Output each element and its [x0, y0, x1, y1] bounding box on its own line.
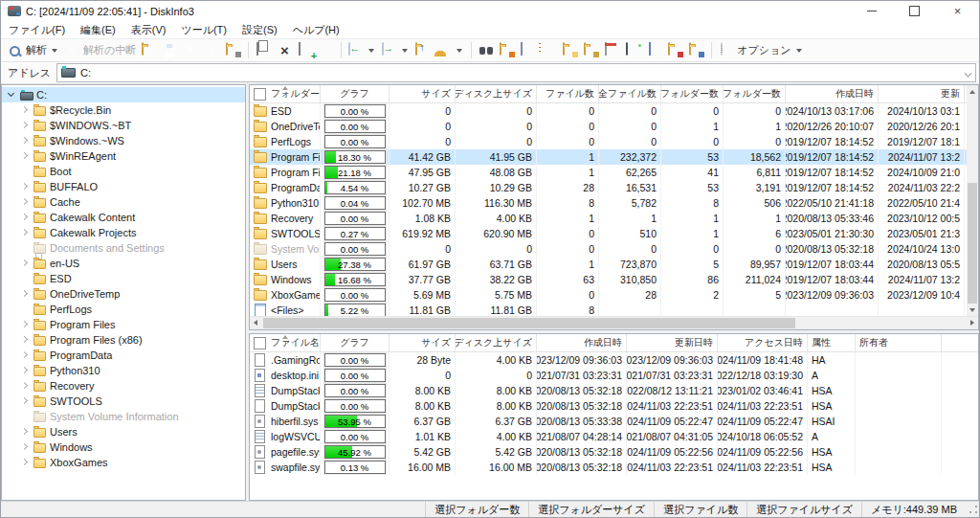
chevron-right-icon[interactable] [18, 440, 32, 454]
folder-table-hscrollbar[interactable] [250, 316, 978, 329]
folder-row-program-file[interactable]: Program File...21.18 %47.95 GB48.08 GB16… [250, 165, 978, 180]
analyze-button[interactable]: 解析 [5, 42, 62, 59]
file-column-header-item[interactable]: 属性 [808, 334, 856, 351]
menu-help[interactable]: ヘルプ(H) [285, 22, 347, 38]
chevron-right-icon[interactable] [18, 364, 32, 377]
tree-item-windows[interactable]: Windows [2, 439, 245, 455]
folder-find-button[interactable] [686, 42, 707, 59]
folder-table-vscrollbar[interactable] [967, 85, 978, 317]
file-column-header-item[interactable]: アクセス日時 [718, 334, 808, 351]
close-button[interactable]: × [936, 1, 979, 21]
chevron-down-icon[interactable] [5, 88, 18, 101]
tree-item-perflogs[interactable]: PerfLogs [2, 302, 245, 317]
file-column-header-item[interactable]: 所有者 [856, 334, 942, 351]
resize-grip[interactable] [968, 504, 979, 515]
select-all-checkbox[interactable] [254, 337, 266, 349]
folder-row-users[interactable]: Users27.38 %61.97 GB63.71 GB1723,870589,… [250, 257, 978, 272]
folders-view-button[interactable] [560, 42, 581, 59]
tree-item-swtools[interactable]: SWTOOLS [2, 394, 245, 409]
folder-star-button[interactable] [665, 42, 686, 59]
file-row-dumpstack-l[interactable]: DumpStack.l...0.00 %8.00 KB8.00 KB2020/0… [250, 398, 978, 414]
chevron-right-icon[interactable] [18, 456, 32, 469]
chevron-right-icon[interactable] [18, 180, 32, 193]
user-dropdown-caret[interactable] [457, 49, 462, 53]
folder-column-header-item[interactable]: フォルダー数 [661, 85, 724, 102]
folder-row-esd[interactable]: ESD0.00 %0000002024/10/13 03:17:062024/1… [250, 103, 978, 119]
folder-row-python310[interactable]: Python3100.04 %102.70 MB116.30 MB85,7828… [250, 195, 978, 211]
document-button[interactable] [644, 42, 665, 59]
file-row-dumpstack-l[interactable]: DumpStack.l...0.00 %8.00 KB8.00 KB2020/0… [250, 383, 978, 398]
chevron-right-icon[interactable] [18, 333, 32, 347]
up-button[interactable] [412, 42, 434, 59]
tree-item-windows-ws[interactable]: $Windows.~WS [2, 133, 245, 148]
tree-item-winreagent[interactable]: $WinREAgent [2, 148, 245, 164]
menu-edit[interactable]: 編集(E) [73, 22, 123, 38]
folder-row-xboxgames[interactable]: XboxGames0.00 %5.69 MB5.75 MB028252023/1… [250, 287, 978, 303]
image-view-button[interactable] [518, 42, 539, 59]
forward-dropdown-caret[interactable] [402, 49, 408, 53]
scroll-up-arrow-icon[interactable] [969, 90, 975, 94]
help-web-button[interactable] [807, 42, 828, 59]
file-row-swapfile-sys[interactable]: swapfile.sys0.13 %16.00 MB16.00 MB2020/0… [250, 460, 978, 475]
chevron-right-icon[interactable] [18, 287, 32, 301]
file-column-header-item[interactable]: グラフ [321, 334, 390, 351]
folder-row-system-volu[interactable]: System Volu...0.00 %0000002020/08/13 05:… [250, 241, 978, 257]
folder-row-perflogs[interactable]: PerfLogs0.00 %0000002019/12/07 18:14:522… [250, 134, 978, 149]
folder-row-recovery[interactable]: Recovery0.00 %1.08 KB4.00 KB11112020/08/… [250, 211, 978, 226]
folder-row-onedrivete[interactable]: OneDriveTe...0.00 %0000112020/12/26 20:1… [250, 119, 978, 134]
drive-report-button[interactable] [623, 42, 644, 59]
chevron-right-icon[interactable] [18, 379, 32, 393]
folder-row-windows[interactable]: Windows16.68 %37.77 GB38.22 GB63310,8508… [250, 272, 978, 287]
chevron-right-icon[interactable] [18, 211, 32, 224]
scroll-down-arrow-icon[interactable] [969, 308, 975, 312]
copy-button[interactable] [253, 42, 274, 59]
tree-item-windows-bt[interactable]: $WINDOWS.~BT [2, 118, 245, 133]
folder-column-header-item[interactable]: 更新 [879, 85, 965, 102]
folder-move-button[interactable] [497, 42, 518, 59]
abort-analysis-button[interactable]: 解析の中断 [62, 42, 139, 59]
file-row-desktop-ini[interactable]: desktop.ini0.00 %002021/07/31 03:23:3120… [250, 368, 978, 383]
folder-column-header-item[interactable]: グラフ [321, 85, 390, 102]
hscroll-thumb[interactable] [263, 318, 795, 328]
file-column-header-item[interactable]: ファイル名 [250, 334, 321, 351]
scroll-left-arrow-icon[interactable] [254, 320, 257, 326]
tree-item-buffalo[interactable]: BUFFALO [2, 179, 245, 194]
tree-item-python310[interactable]: Python310 [2, 363, 245, 378]
tree-item-recovery[interactable]: Recovery [2, 378, 245, 394]
import-button[interactable] [295, 42, 316, 59]
folder-column-header-item[interactable]: 作成日時 [786, 85, 879, 102]
folder-row-program-files[interactable]: Program Files18.30 %41.42 GB41.95 GB1232… [250, 149, 978, 165]
folder-column-header-item[interactable]: ディスク上サイズ [456, 85, 537, 102]
folder-row-swtools[interactable]: SWTOOLS0.27 %619.92 MB620.90 MB051016202… [250, 226, 978, 241]
chevron-right-icon[interactable] [18, 149, 32, 163]
maximize-button[interactable] [893, 1, 936, 21]
chevron-right-icon[interactable] [18, 195, 32, 209]
chevron-right-icon[interactable] [18, 134, 32, 147]
folder-column-header-item[interactable]: 全フォルダー数 [724, 85, 786, 102]
tree-item-cache[interactable]: Cache [2, 194, 245, 210]
file-row-gamingroot[interactable]: .GamingRoot0.00 %28 Byte4.00 KB2023/12/0… [250, 352, 978, 368]
tree-item-c[interactable]: C: [2, 87, 245, 102]
tree-item-recycle-bin[interactable]: $Recycle.Bin [2, 102, 245, 118]
calendar-button[interactable] [602, 42, 623, 59]
report-button[interactable] [316, 42, 337, 59]
save-button[interactable] [160, 42, 181, 59]
chevron-right-icon[interactable] [18, 226, 32, 239]
scroll-right-arrow-icon[interactable] [970, 320, 974, 326]
file-row-hiberfil-sys[interactable]: hiberfil.sys53.95 %6.37 GB6.37 GB2020/08… [250, 414, 978, 429]
options-button[interactable]: オプション [716, 42, 806, 59]
folder-column-header-item[interactable]: ファイル数 [537, 85, 599, 102]
tree-item-xboxgames[interactable]: XboxGames [2, 455, 245, 470]
tree-item-en-us[interactable]: en-US [2, 256, 245, 271]
vscroll-thumb[interactable] [968, 183, 977, 304]
address-combobox[interactable]: C: [56, 63, 976, 82]
tree-item-users[interactable]: Users [2, 424, 245, 439]
tree-item-system-volume-information[interactable]: System Volume Information [2, 409, 245, 424]
options-dropdown-caret[interactable] [796, 49, 802, 53]
tree-item-boot[interactable]: Boot [2, 164, 245, 179]
analyze-dropdown-caret[interactable] [52, 49, 57, 53]
detail-list-button[interactable] [539, 42, 560, 59]
folder-column-header-item[interactable]: サイズ [390, 85, 456, 102]
chevron-right-icon[interactable] [18, 119, 32, 132]
chevron-right-icon[interactable] [18, 318, 32, 331]
